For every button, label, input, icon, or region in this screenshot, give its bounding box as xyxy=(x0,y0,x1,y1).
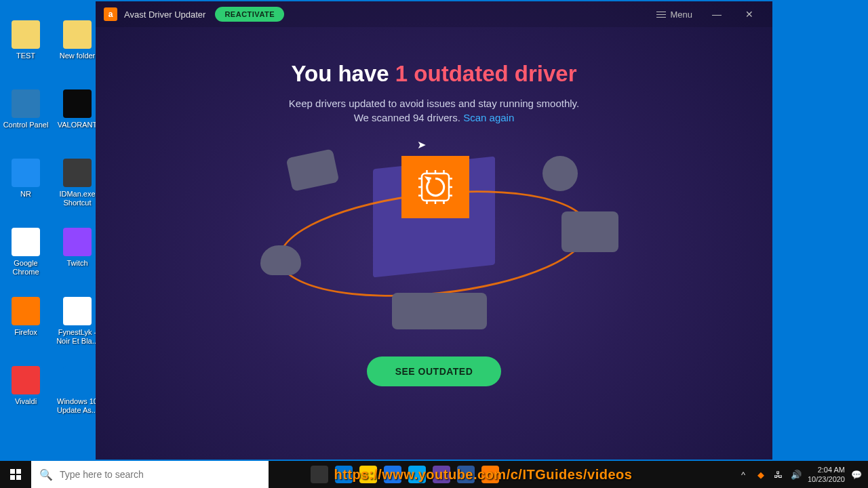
tray-network-icon[interactable]: 🖧 xyxy=(772,468,785,481)
taskbar-apps: https://www.youtube.com/c/ITGuides/video… xyxy=(311,461,737,488)
app-icon xyxy=(12,20,40,49)
desktop-icon-label: TEST xyxy=(15,52,37,60)
tray-time: 2:04 AM xyxy=(808,465,845,474)
avast-window: a Avast Driver Updater REACTIVATE Menu —… xyxy=(96,1,772,460)
avast-logo-icon: a xyxy=(104,7,117,21)
app-title: Avast Driver Updater xyxy=(124,9,205,20)
titlebar: a Avast Driver Updater REACTIVATE Menu —… xyxy=(96,1,772,27)
headline-accent: 1 outdated driver xyxy=(395,61,577,86)
search-input[interactable] xyxy=(60,469,260,480)
tray-notifications-icon[interactable]: 💬 xyxy=(850,468,863,481)
cursor-icon: ➤ xyxy=(417,138,426,151)
menu-label: Menu xyxy=(670,9,692,20)
desktop-icon[interactable]: Control Panel xyxy=(0,89,52,150)
tray-date: 10/23/2020 xyxy=(808,474,845,484)
reactivate-button[interactable]: REACTIVATE xyxy=(215,7,284,22)
app-icon xyxy=(12,297,40,325)
desktop: TESTNew folderControl PanelVALORANTNRIDM… xyxy=(0,0,108,461)
camera-icon xyxy=(286,148,340,191)
desktop-icon-label: New folder xyxy=(58,52,97,60)
gpu-icon xyxy=(392,293,487,329)
tray-volume-icon[interactable]: 🔊 xyxy=(790,468,802,481)
mouse-icon xyxy=(260,245,301,275)
cta-area: SEE OUTDATED xyxy=(96,357,772,386)
app-icon xyxy=(12,89,40,118)
tray-clock[interactable]: 2:04 AM 10/23/2020 xyxy=(808,465,845,484)
app-icon xyxy=(63,20,92,49)
headline: You have 1 outdated driver xyxy=(96,61,772,87)
start-button[interactable] xyxy=(0,461,31,488)
desktop-icon-label: Vivaldi xyxy=(14,397,38,406)
taskbar-search[interactable]: 🔍 xyxy=(31,461,269,488)
desktop-icon-label: VALORANT xyxy=(56,121,98,129)
desktop-icon[interactable]: TEST xyxy=(0,20,52,81)
chip-icon xyxy=(401,156,469,218)
system-tray: ^ ◆ 🖧 🔊 2:04 AM 10/23/2020 💬 xyxy=(737,461,868,488)
webcam-icon xyxy=(542,156,578,191)
tray-chevron-up-icon[interactable]: ^ xyxy=(737,468,749,481)
taskbar-app-explorer[interactable] xyxy=(335,466,353,483)
app-icon xyxy=(12,228,40,256)
taskbar-app-twitch[interactable] xyxy=(433,466,450,483)
content: You have 1 outdated driver Keep drivers … xyxy=(96,27,772,386)
close-button[interactable]: ✕ xyxy=(734,4,764,24)
hamburger-icon xyxy=(656,12,666,18)
taskbar-app-chrome[interactable] xyxy=(359,466,377,483)
windows-icon xyxy=(10,469,21,480)
scanned-text: We scanned 94 drivers. xyxy=(354,112,463,123)
tray-avast-icon[interactable]: ◆ xyxy=(755,468,767,481)
app-icon xyxy=(63,366,92,394)
illustration: ➤ xyxy=(258,144,610,333)
menu-button[interactable]: Menu xyxy=(650,5,699,24)
desktop-icon[interactable]: Firefox xyxy=(0,297,52,358)
desktop-icon-label: Twitch xyxy=(65,259,89,268)
scan-again-link[interactable]: Scan again xyxy=(463,112,514,123)
taskbar-app-edge[interactable] xyxy=(384,466,401,483)
desktop-icon-label: NR xyxy=(19,190,33,199)
subtitle: Keep drivers updated to avoid issues and… xyxy=(96,98,772,109)
search-icon: 🔍 xyxy=(39,468,53,481)
desktop-icon-label: Control Panel xyxy=(2,121,50,129)
scan-line: We scanned 94 drivers. Scan again xyxy=(96,112,772,123)
desktop-icon[interactable]: Vivaldi xyxy=(0,366,52,427)
desktop-icon[interactable]: NR xyxy=(0,159,52,220)
app-icon xyxy=(63,297,92,325)
gamepad-icon xyxy=(561,211,618,252)
taskbar-app-word[interactable] xyxy=(457,466,475,483)
app-icon xyxy=(63,159,92,187)
app-icon xyxy=(63,228,92,256)
taskbar: 🔍 https://www.youtube.com/c/ITGuides/vid… xyxy=(0,461,868,488)
taskbar-app-avast[interactable] xyxy=(481,466,499,483)
app-icon xyxy=(12,159,40,187)
headline-prefix: You have xyxy=(291,61,395,86)
desktop-icon-label: Firefox xyxy=(13,328,39,337)
desktop-icon[interactable]: Google Chrome xyxy=(0,228,52,289)
desktop-right xyxy=(772,0,868,461)
see-outdated-button[interactable]: SEE OUTDATED xyxy=(367,357,502,386)
app-icon xyxy=(63,89,92,118)
app-icon xyxy=(12,366,40,394)
taskbar-app-store[interactable] xyxy=(408,466,426,483)
task-view-button[interactable] xyxy=(311,466,328,483)
desktop-icon-label: Google Chrome xyxy=(0,259,52,277)
minimize-button[interactable]: — xyxy=(702,4,732,24)
